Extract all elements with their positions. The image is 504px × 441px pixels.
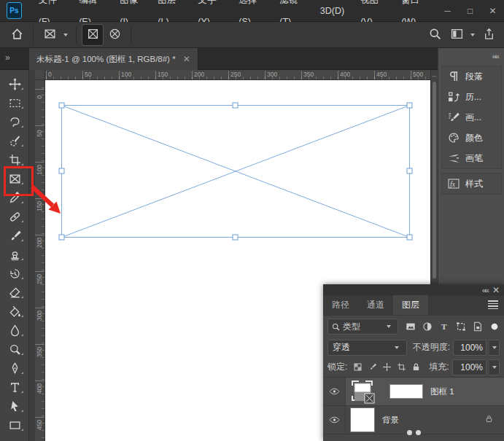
layers-panel-header[interactable]: «« ✕ — [323, 284, 504, 296]
workspace-switcher-button[interactable] — [446, 25, 467, 45]
scroll-up-arrow-icon[interactable]: ︿ — [431, 71, 438, 79]
blur-tool-button[interactable] — [0, 321, 29, 340]
blend-mode-select[interactable]: 穿透 — [327, 340, 407, 356]
close-button[interactable]: ✕ — [481, 0, 504, 21]
home-button[interactable] — [7, 25, 27, 45]
stamp-tool-button[interactable] — [0, 245, 29, 264]
tab-paths[interactable]: 路径 — [323, 295, 358, 315]
maximize-button[interactable]: □ — [459, 0, 481, 21]
image-filter-icon[interactable] — [406, 321, 416, 332]
lock-transparent-icon[interactable] — [352, 362, 363, 373]
dodge-tool-button[interactable] — [0, 340, 29, 359]
circle-frame-mode-button[interactable] — [104, 25, 125, 45]
move-tool-button[interactable] — [0, 74, 29, 93]
layer-filter-type-select[interactable]: 类型 — [327, 319, 398, 335]
type-filter-icon[interactable]: T — [439, 321, 449, 332]
healing-tool-button[interactable] — [0, 207, 29, 226]
share-button[interactable] — [478, 25, 499, 45]
chevron-down-icon[interactable] — [470, 34, 475, 36]
lock-position-icon[interactable] — [381, 362, 392, 373]
frame-object[interactable] — [58, 102, 413, 241]
opacity-dropdown-button[interactable] — [489, 340, 500, 356]
fill-input[interactable]: 100% — [452, 359, 486, 375]
document-tab[interactable]: 未标题-1 @ 100% (图框 1, RGB/8#) * ✕ — [29, 48, 198, 70]
handle-top-right[interactable] — [407, 103, 412, 108]
layer-name[interactable]: 背景 — [382, 415, 399, 426]
path-select-tool-button[interactable] — [0, 397, 29, 415]
minimize-button[interactable]: ─ — [436, 0, 459, 21]
eraser-tool-button[interactable] — [0, 283, 29, 302]
pen-tool-icon — [9, 362, 21, 375]
visibility-toggle[interactable] — [323, 378, 346, 405]
ruler-label: 200 — [194, 71, 204, 78]
tools-sidebar — [0, 70, 29, 441]
rect-frame-mode-button[interactable] — [82, 25, 103, 45]
panel-menu-icon[interactable] — [488, 300, 498, 309]
handle-bottom-left[interactable] — [59, 235, 64, 240]
type-tool-button[interactable] — [0, 378, 29, 397]
handle-mid-right[interactable] — [407, 168, 412, 173]
eraser-tool-icon — [9, 286, 21, 299]
ruler-label: 400 — [36, 378, 43, 399]
dock-panel-样式[interactable]: fx样式 — [442, 173, 501, 194]
chevron-down-icon — [387, 325, 391, 328]
tool-preset-button[interactable] — [39, 25, 60, 45]
chevron-down-icon[interactable] — [63, 34, 68, 36]
handle-top-left[interactable] — [59, 103, 64, 108]
frame-layer-thumbnail[interactable] — [350, 379, 381, 404]
dock-panel-颜色[interactable]: 颜色 — [442, 128, 501, 148]
lock-all-icon[interactable] — [410, 362, 422, 373]
toolbar-expand-icon[interactable]: » — [5, 52, 9, 63]
search-button[interactable] — [424, 25, 445, 45]
fill-dropdown-button[interactable] — [489, 359, 500, 375]
rectangle-tool-button[interactable] — [0, 415, 29, 434]
tab-close-icon[interactable]: ✕ — [183, 54, 190, 64]
smart-filter-icon[interactable] — [473, 321, 483, 332]
lasso-tool-button[interactable] — [0, 112, 29, 131]
layer-row-frame[interactable]: 图框 1 — [323, 378, 504, 406]
gradient-tool-button[interactable] — [0, 302, 29, 321]
quick-select-tool-button[interactable] — [0, 131, 29, 150]
frame-content-thumbnail[interactable] — [389, 384, 423, 399]
layer-row-background[interactable]: 背景 — [323, 406, 504, 434]
hand-tool-button[interactable] — [0, 434, 29, 441]
stamp-tool-icon — [9, 249, 21, 261]
handle-bottom-center[interactable] — [233, 235, 238, 240]
link-layers-icon[interactable] — [407, 430, 421, 435]
lock-pixels-icon[interactable] — [366, 362, 378, 373]
history-brush-tool-button[interactable] — [0, 264, 29, 283]
panel-collapse-icon[interactable]: «« — [482, 286, 488, 294]
handle-bottom-right[interactable] — [407, 235, 412, 240]
layer-name[interactable]: 图框 1 — [430, 386, 454, 397]
chevron-down-icon — [395, 346, 399, 349]
background-layer-thumbnail[interactable] — [350, 407, 375, 432]
marquee-tool-button[interactable] — [0, 93, 29, 112]
dock-panel-画...[interactable]: 画... — [442, 107, 501, 128]
dock-collapse-icon[interactable]: «« — [492, 52, 498, 61]
filter-toggle-icon[interactable] — [489, 321, 500, 332]
handle-mid-left[interactable] — [59, 168, 64, 173]
photoshop-window: Ps 文件(F)编辑(E)图像(I)图层(L)文字(Y)选择(S)滤镜(T)3D… — [0, 0, 504, 441]
lock-artboard-icon[interactable] — [395, 362, 407, 373]
handle-top-center[interactable] — [233, 103, 238, 108]
panel-close-icon[interactable]: ✕ — [492, 285, 500, 295]
tab-layers[interactable]: 图层 — [393, 295, 428, 315]
pen-tool-button[interactable] — [0, 359, 29, 378]
dock-panel-历...[interactable]: 历... — [442, 87, 501, 107]
dock-panel-段落[interactable]: 段落 — [442, 66, 501, 87]
shape-filter-icon[interactable] — [456, 321, 466, 332]
visibility-toggle[interactable] — [323, 406, 346, 434]
menu-item-7[interactable]: 3D(D) — [312, 0, 352, 22]
svg-text:T: T — [441, 322, 447, 331]
tab-channels[interactable]: 通道 — [358, 295, 393, 315]
adjust-filter-icon[interactable] — [422, 321, 433, 332]
dock-panel-画笔[interactable]: 画笔 — [442, 148, 501, 168]
brush-tool-icon — [9, 230, 21, 242]
ruler-label: 350 — [36, 341, 43, 363]
ruler-origin-box[interactable] — [35, 70, 45, 80]
brush-tool-button[interactable] — [0, 226, 29, 245]
opacity-input[interactable]: 100% — [453, 340, 486, 356]
scrollbar-thumb[interactable] — [433, 82, 436, 278]
path-select-tool-icon — [9, 400, 21, 413]
quick-select-tool-icon — [9, 135, 21, 147]
